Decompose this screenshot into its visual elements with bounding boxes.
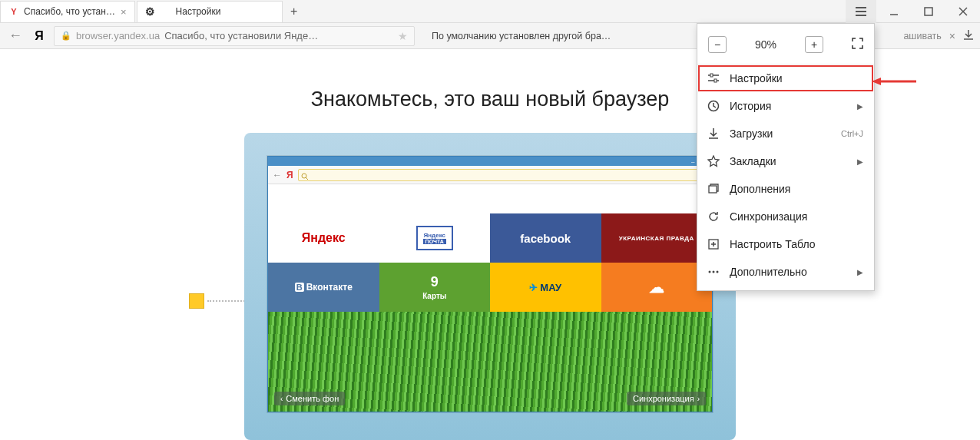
window-minimize-button[interactable]	[876, 0, 911, 23]
tile-mau: ✈МАУ	[490, 263, 601, 312]
chevron-left-icon: ‹	[280, 395, 283, 403]
menu-item-label: История	[730, 100, 771, 112]
svg-rect-12	[714, 79, 717, 82]
main-menu-dropdown: − 90% + НастройкиИстория▶ЗагрузкиCtrl+JЗ…	[697, 23, 875, 291]
window-maximize-button[interactable]	[911, 0, 945, 23]
chevron-right-icon: ▶	[857, 102, 863, 111]
menu-item-download[interactable]: ЗагрузкиCtrl+J	[697, 120, 874, 147]
zoom-in-button[interactable]: +	[805, 36, 823, 53]
mock-yandex-icon: Я	[286, 170, 293, 180]
menu-item-label: Закладки	[730, 155, 776, 167]
zoom-out-button[interactable]: −	[708, 36, 727, 53]
gear-icon: ⚙	[145, 6, 156, 17]
mock-address-input	[298, 169, 707, 181]
mock-titlebar: – ▢ ×	[268, 157, 712, 166]
lock-icon: 🔒	[61, 31, 71, 41]
chevron-right-icon: ▶	[857, 157, 863, 166]
address-title: Спасибо, что установили Янде…	[164, 30, 318, 41]
mock-min-icon: –	[691, 158, 694, 165]
back-button[interactable]: ←	[6, 27, 25, 45]
tile-vk: BВконтакте	[268, 263, 379, 312]
fullscreen-button[interactable]	[852, 38, 863, 51]
sync-icon	[707, 210, 720, 223]
window-close-button[interactable]	[945, 0, 980, 23]
notice-close-icon[interactable]: ×	[949, 30, 955, 42]
svg-rect-10	[710, 74, 713, 77]
new-tab-button[interactable]: +	[284, 3, 304, 20]
tile-facebook: facebook	[490, 213, 601, 263]
browser-mockup-frame: – ▢ × ← Я Яндекс ЯндексПОЧТА facebook УК…	[244, 133, 736, 440]
menu-item-sync[interactable]: Синхронизация	[697, 203, 874, 230]
mock-tiles: Яндекс ЯндексПОЧТА facebook УКРАИНСКАЯ П…	[268, 213, 712, 312]
tab-favicon-yandex: Y	[8, 6, 19, 17]
zoom-level: 90%	[755, 38, 776, 51]
tile-pravda: УКРАИНСКАЯ ПРАВДА	[601, 213, 713, 263]
tour-marker[interactable]	[189, 293, 204, 309]
menu-item-star[interactable]: Закладки▶	[697, 147, 874, 175]
address-domain: browser.yandex.ua	[76, 30, 160, 41]
menu-item-label: Синхронизация	[730, 210, 807, 223]
menu-item-layers[interactable]: Дополнения	[697, 175, 874, 203]
menu-item-label: Дополнительно	[730, 266, 807, 278]
tab-label: Настройки	[176, 6, 221, 17]
ask-label: ашивать	[903, 31, 941, 41]
download-icon	[707, 127, 720, 141]
tile-pochta: ЯндексПОЧТА	[379, 213, 491, 263]
tile-maps: 9 Карты	[379, 263, 491, 312]
yandex-home-icon[interactable]: Я	[31, 28, 48, 45]
star-icon	[707, 154, 720, 168]
svg-rect-14	[709, 186, 717, 193]
tab-label: Спасибо, что установили	[24, 6, 116, 17]
plus-box-icon	[707, 237, 720, 251]
window-controls	[846, 0, 980, 23]
tile-weather: ☁	[601, 263, 713, 312]
layers-icon	[707, 182, 720, 196]
chevron-right-icon: ›	[697, 395, 700, 403]
mock-address-row: ← Я	[268, 166, 712, 184]
menu-item-label: Настройки	[730, 72, 783, 84]
callout-arrow	[872, 75, 916, 88]
dots-icon	[707, 265, 720, 279]
menu-item-label: Загрузки	[730, 127, 773, 140]
address-bar[interactable]: 🔒 browser.yandex.ua Спасибо, что установ…	[54, 26, 415, 46]
mock-wallpaper: ‹ Сменить фон Синхронизация ›	[268, 312, 712, 412]
tab-thanks[interactable]: Y Спасибо, что установили ×	[0, 1, 135, 22]
zoom-controls: − 90% +	[697, 28, 874, 65]
change-background-chip[interactable]: ‹ Сменить фон	[274, 392, 345, 405]
sliders-icon	[707, 71, 720, 85]
menu-item-dots[interactable]: Дополнительно▶	[697, 258, 874, 286]
menu-item-label: Настроить Табло	[730, 238, 816, 250]
chevron-right-icon: ▶	[857, 268, 863, 276]
menu-item-plus-box[interactable]: Настроить Табло	[697, 230, 874, 258]
hamburger-menu-button[interactable]	[846, 0, 876, 23]
svg-point-20	[717, 271, 719, 273]
menu-item-clock[interactable]: История▶	[697, 92, 874, 120]
downloads-icon[interactable]	[963, 29, 974, 43]
tab-close-icon[interactable]: ×	[121, 6, 127, 18]
clock-icon	[707, 99, 720, 113]
svg-marker-22	[872, 78, 881, 85]
mock-back-icon: ←	[273, 170, 282, 180]
menu-item-sliders[interactable]: Настройки	[697, 65, 874, 92]
svg-point-18	[709, 271, 711, 273]
svg-line-8	[306, 177, 308, 180]
sync-chip[interactable]: Синхронизация ›	[627, 392, 706, 405]
tab-settings[interactable]: ⚙ Настройки	[137, 1, 283, 22]
svg-rect-4	[925, 8, 932, 15]
svg-point-19	[713, 271, 715, 273]
bookmark-star-icon[interactable]: ★	[398, 30, 408, 42]
browser-mockup: – ▢ × ← Я Яндекс ЯндексПОЧТА facebook УК…	[267, 156, 713, 412]
default-browser-notice: По умолчанию установлен другой бра…	[432, 31, 611, 41]
menu-shortcut: Ctrl+J	[841, 129, 863, 138]
right-toolbar: ашивать ×	[903, 29, 974, 43]
tab-strip: Y Спасибо, что установили × ⚙ Настройки …	[0, 0, 980, 23]
menu-item-label: Дополнения	[730, 183, 790, 195]
tile-yandex: Яндекс	[268, 213, 379, 263]
page-title: Знакомьтесь, это ваш новый браузер	[311, 88, 670, 111]
